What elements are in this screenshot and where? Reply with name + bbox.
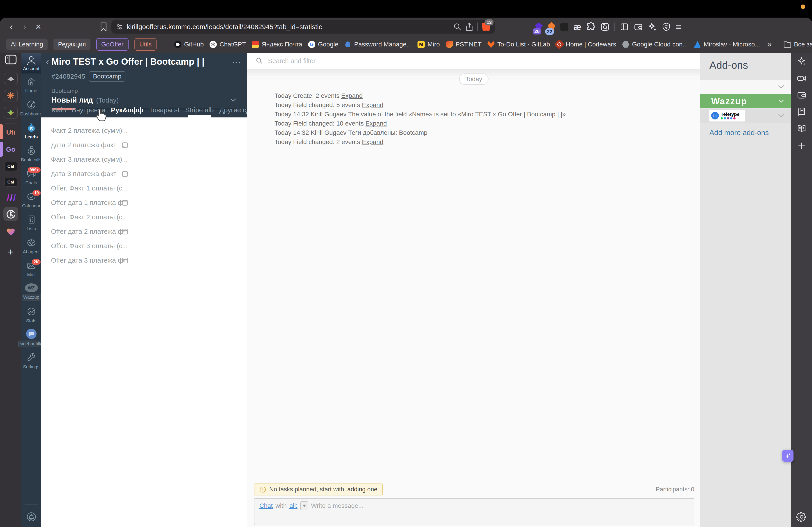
sidebar-item-dashboard[interactable]: Dashboard xyxy=(21,96,41,119)
leo-ai-sparkle-icon[interactable] xyxy=(648,22,657,31)
bookmark-microsoft[interactable]: Miroslav - Microso... xyxy=(694,41,760,48)
field-row[interactable]: Offer. Факт 2 оплаты (сумм)... xyxy=(51,210,247,224)
book-bookmark-icon[interactable] xyxy=(797,107,807,117)
quick-actions-bolt-icon[interactable] xyxy=(300,501,308,510)
bookmark-codewars[interactable]: Home | Codewars xyxy=(556,41,616,48)
plus-icon[interactable] xyxy=(797,141,807,151)
url-bar[interactable]: kirillgoofferus.kommo.com/leads/detail/2… xyxy=(112,20,495,34)
url-text[interactable]: kirillgoofferus.kommo.com/leads/detail/2… xyxy=(127,23,449,31)
chevron-down-icon[interactable] xyxy=(778,114,784,118)
ae-extension-icon[interactable]: æ xyxy=(574,22,581,32)
workspace-boat-icon[interactable] xyxy=(4,73,18,84)
chat-recipient-link[interactable]: all: xyxy=(289,502,298,509)
bookmark-flag-icon[interactable] xyxy=(100,22,107,31)
field-row[interactable]: Факт 3 платежа (сумм)... xyxy=(51,152,247,167)
wallet-icon[interactable] xyxy=(797,90,807,100)
chat-mode-link[interactable]: Chat xyxy=(259,502,273,509)
calendar-icon[interactable] xyxy=(122,142,128,148)
back-nav-icon[interactable]: ‹ xyxy=(5,22,17,32)
field-empty-value[interactable]: ... xyxy=(122,127,128,134)
field-row[interactable]: Offer дата 1 платежа факт xyxy=(51,195,247,210)
zoom-out-icon[interactable] xyxy=(453,23,462,31)
workspace-sparkle-icon[interactable] xyxy=(4,107,18,119)
search-input[interactable] xyxy=(268,57,403,65)
sidebar-item-wazzup[interactable]: WZ Wazzup xyxy=(21,281,41,303)
search-box-icon[interactable] xyxy=(600,22,609,31)
tab-main[interactable]: Main xyxy=(52,106,66,114)
heart-tab-icon[interactable] xyxy=(6,228,15,236)
tab-stripe[interactable]: Stripe alb xyxy=(185,106,214,114)
wallet-icon[interactable] xyxy=(634,22,643,31)
add-task-link[interactable]: adding one xyxy=(347,486,378,493)
brave-shield-icon[interactable]: 13 xyxy=(482,22,490,32)
sidebar-item-book-calls[interactable]: S Book calls xyxy=(21,142,41,165)
date-pill[interactable]: Today xyxy=(459,74,489,85)
cal-tab-icon[interactable]: Cal xyxy=(4,162,17,171)
share-icon[interactable] xyxy=(466,22,473,31)
tab-ruk-off[interactable]: Рук&офф xyxy=(111,106,143,114)
kommo-active-tab-icon[interactable] xyxy=(3,207,18,221)
bookmarks-overflow-chevron[interactable]: » xyxy=(767,40,772,49)
expand-link[interactable]: Expand xyxy=(362,102,383,108)
extension-purple-icon[interactable]: 26 xyxy=(535,22,543,31)
bookmark-folder-utils[interactable]: Utils xyxy=(134,38,157,51)
calendar-icon[interactable] xyxy=(122,199,128,206)
vpn-shield-icon[interactable] xyxy=(662,22,671,31)
stop-loading-icon[interactable]: × xyxy=(32,22,44,32)
sidebar-item-ai-agent[interactable]: AI agent xyxy=(21,235,41,257)
notifications-bell-button[interactable] xyxy=(21,507,41,527)
expand-link[interactable]: Expand xyxy=(365,120,387,127)
panel-toggle-icon[interactable] xyxy=(5,55,17,64)
bookmark-github[interactable]: GitHub xyxy=(174,41,204,48)
field-empty-value[interactable]: ... xyxy=(122,184,128,192)
lead-tag-bootcamp[interactable]: Bootcamp xyxy=(89,71,126,81)
bookmark-yandex-mail[interactable]: Яндекс Почта xyxy=(252,41,302,48)
bookmark-google-cloud[interactable]: Google Cloud con... xyxy=(622,41,688,48)
sidebar-item-stats[interactable]: Stats xyxy=(21,303,41,326)
addon-collapsed-row[interactable] xyxy=(700,80,791,94)
pipeline-name[interactable]: Bootcamp xyxy=(41,81,247,94)
bookmark-miro[interactable]: MMiro xyxy=(418,41,440,48)
field-empty-value[interactable]: ... xyxy=(122,213,128,221)
sidebar-item-lists[interactable]: Lists xyxy=(21,211,41,235)
sidebar-item-chats[interactable]: 999+ Chats xyxy=(21,165,41,189)
lead-more-menu-icon[interactable]: ··· xyxy=(232,57,241,66)
tab-drugie[interactable]: Другие сд xyxy=(219,106,247,114)
field-empty-value[interactable]: ... xyxy=(122,242,128,250)
sidebar-item-settings[interactable]: Settings xyxy=(21,349,41,372)
addon-teletype-row[interactable]: ᎒᎒᎒ Teletype xyxy=(700,109,791,123)
chevron-down-icon[interactable] xyxy=(778,85,784,89)
gear-icon[interactable] xyxy=(796,512,807,522)
field-empty-value[interactable]: ... xyxy=(122,155,128,163)
field-row[interactable]: Факт 2 платежа (сумм)... xyxy=(51,123,247,138)
message-composer[interactable]: Chat with all: xyxy=(254,498,694,525)
calendar-icon[interactable] xyxy=(122,228,128,235)
new-tab-plus-icon[interactable]: + xyxy=(8,247,14,257)
workspace-uti-label[interactable]: Uti xyxy=(6,129,15,136)
browser-menu-icon[interactable]: ≡ xyxy=(676,21,682,32)
workspace-starburst-icon[interactable] xyxy=(4,90,18,102)
field-row[interactable]: Offer. Факт 1 оплаты (сумм)... xyxy=(51,181,247,195)
add-more-addons-link[interactable]: Add more add-ons xyxy=(709,129,769,137)
cal-tab-icon[interactable]: Cal xyxy=(4,178,17,187)
sidebar-item-support[interactable]: sidebar.title xyxy=(21,326,41,349)
miro-tab-icon[interactable] xyxy=(6,193,16,201)
video-camera-icon[interactable] xyxy=(797,73,807,83)
extension-orange-icon[interactable]: 22 xyxy=(548,22,555,32)
floating-ai-button[interactable] xyxy=(782,450,794,462)
bookmark-google[interactable]: GGoogle xyxy=(308,41,338,48)
bookmark-folder-ai-learning[interactable]: AI Learning xyxy=(6,39,47,50)
lead-back-button[interactable]: ‹ xyxy=(43,56,52,67)
sidebar-toggle-icon[interactable] xyxy=(620,22,629,31)
workspace-go-label[interactable]: Go xyxy=(6,146,16,153)
bookmark-password-manager[interactable]: Password Manage... xyxy=(344,41,412,48)
expand-link[interactable]: Expand xyxy=(362,138,383,146)
addon-wazzup-row[interactable]: Wazzup xyxy=(700,94,791,108)
sidebar-item-leads[interactable]: S Leads xyxy=(21,119,41,142)
field-row[interactable]: дата 2 платежа факт xyxy=(51,138,247,152)
field-row[interactable]: Offer дата 3 платежа факт xyxy=(51,253,247,268)
sidebar-item-calendar[interactable]: 10 Calendar xyxy=(21,189,41,211)
sidebar-item-home[interactable]: Home xyxy=(21,74,41,96)
bookmark-gitlab-todo[interactable]: To-Do List · GitLab xyxy=(488,41,550,48)
extensions-puzzle-icon[interactable] xyxy=(586,22,595,31)
